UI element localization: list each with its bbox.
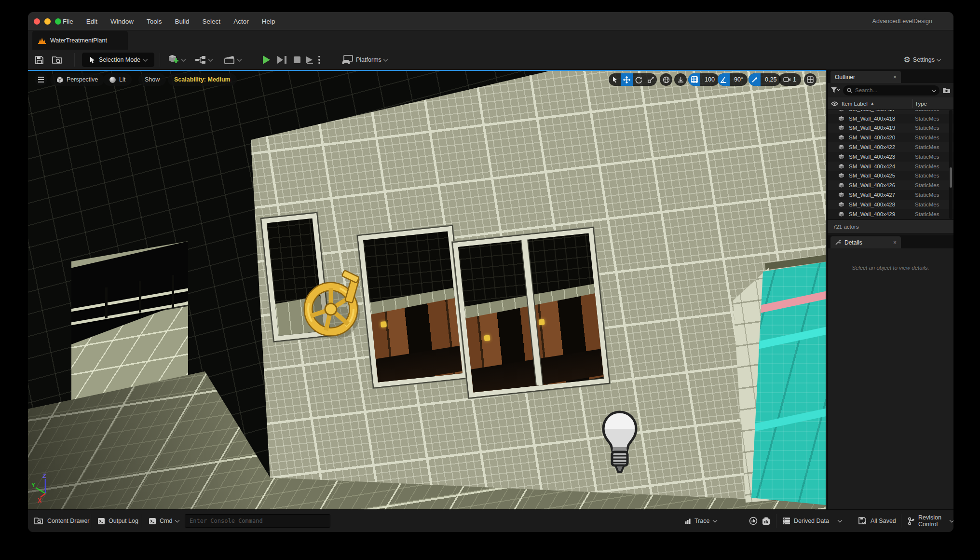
insights-session-button[interactable] [749, 510, 758, 532]
blueprints-button[interactable] [195, 53, 212, 67]
play-button[interactable] [263, 53, 270, 67]
menu-tools[interactable]: Tools [147, 18, 162, 25]
save-check-icon [858, 517, 867, 525]
outliner-row[interactable]: SM_Wall_400x418StaticMes [828, 114, 953, 123]
scene-3d[interactable]: Z Y X [28, 70, 826, 509]
column-divider[interactable] [912, 99, 913, 108]
search-input[interactable] [855, 87, 929, 93]
tab-outliner[interactable]: Outliner × [830, 71, 901, 83]
outliner-row[interactable]: SM_Wall_400x417StaticMes [828, 110, 953, 114]
scalability-warning-pill[interactable]: Scalability: Medium [168, 73, 237, 86]
menu-help[interactable]: Help [262, 18, 275, 25]
console-command-input[interactable] [185, 514, 330, 528]
outliner-row[interactable]: SM_Wall_400x429StaticMes [828, 209, 953, 219]
valve-wheel-actor[interactable] [298, 269, 370, 351]
unreal-editor-window: File Edit Window Tools Build Select Acto… [28, 12, 953, 532]
rotate-tool-button[interactable] [633, 73, 645, 86]
create-folder-icon[interactable] [942, 87, 951, 94]
outliner-row[interactable]: SM_Wall_400x419StaticMes [828, 123, 953, 133]
content-drawer-button[interactable]: Content Drawer [34, 510, 90, 532]
outliner-search[interactable] [843, 85, 939, 96]
chevron-down-icon [712, 518, 717, 522]
statusbar: Content Drawer Output Log Cmd Trace [28, 509, 953, 532]
actor-count-label: 721 actors [833, 224, 859, 230]
scale-snap-value[interactable]: 0,25 [761, 76, 781, 83]
outliner-row[interactable]: SM_Wall_400x426StaticMes [828, 180, 953, 190]
camera-speed-group[interactable]: 1 [779, 73, 801, 86]
menu-window[interactable]: Window [110, 18, 134, 25]
cmd-dropdown[interactable]: Cmd [149, 510, 179, 532]
move-tool-button[interactable] [621, 73, 633, 86]
output-log-button[interactable]: Output Log [97, 510, 138, 532]
outliner-row[interactable]: SM_Wall_400x422StaticMes [828, 142, 953, 152]
details-tabbar: Details × [828, 235, 953, 248]
grid-icon [691, 76, 698, 83]
all-saved-button[interactable]: All Saved [858, 510, 896, 532]
viewport-menu-button[interactable] [35, 73, 47, 86]
eject-possess-button[interactable] [305, 53, 315, 67]
skip-to-frame-button[interactable] [277, 53, 286, 67]
menu-select[interactable]: Select [203, 18, 221, 25]
scale-snap-toggle[interactable] [749, 73, 761, 86]
tab-water-treatment-plant[interactable]: WaterTreatmentPlant [32, 31, 128, 50]
world-local-gizmo-button[interactable] [660, 73, 672, 86]
close-window-button[interactable] [34, 18, 40, 25]
menu-file[interactable]: File [63, 18, 73, 25]
settings-dropdown[interactable]: ⚙ Settings [903, 53, 940, 67]
outliner-row[interactable]: SM_Wall_400x425StaticMes [828, 171, 953, 181]
point-light-actor[interactable] [601, 410, 638, 476]
eye-icon[interactable] [831, 101, 838, 106]
column-type[interactable]: Type [915, 101, 927, 107]
show-dropdown[interactable]: Show [138, 73, 166, 86]
outliner-row[interactable]: SM_Wall_400x424StaticMes [828, 162, 953, 171]
tab-details[interactable]: Details × [830, 236, 901, 248]
minimize-window-button[interactable] [44, 18, 51, 25]
select-tool-button[interactable] [609, 73, 621, 86]
insights-snapshot-button[interactable] [762, 510, 770, 532]
zoom-window-button[interactable] [55, 18, 61, 25]
close-icon[interactable]: × [893, 74, 897, 81]
play-options-kebab[interactable] [318, 53, 320, 67]
rotation-snap-toggle[interactable] [718, 73, 730, 86]
menu-build[interactable]: Build [175, 18, 190, 25]
derived-data-dropdown[interactable]: Derived Data [782, 510, 842, 532]
scale-tool-button[interactable] [645, 73, 657, 86]
grid-snap-value[interactable]: 100 [700, 76, 719, 83]
selection-mode-dropdown[interactable]: Selection Mode [82, 53, 154, 67]
outliner-row[interactable]: SM_Wall_400x428StaticMes [828, 200, 953, 209]
outliner-row[interactable]: SM_Wall_400x427StaticMes [828, 190, 953, 200]
actor-label: SM_Wall_400x417 [849, 110, 895, 112]
platforms-dropdown[interactable]: Platforms [341, 53, 387, 67]
menu-actor[interactable]: Actor [233, 18, 249, 25]
chevron-down-icon [181, 56, 186, 61]
browse-content-button[interactable] [52, 53, 63, 67]
level-viewport[interactable]: Z Y X Perspective Lit Show [28, 70, 826, 509]
content-drawer-icon [34, 517, 44, 525]
filter-icon[interactable] [830, 87, 840, 94]
close-icon[interactable]: × [893, 239, 897, 246]
cinematics-button[interactable] [224, 53, 241, 67]
content-drawer-label: Content Drawer [47, 518, 90, 524]
scrollbar-thumb[interactable] [950, 167, 952, 188]
column-item-label[interactable]: Item Label [842, 101, 868, 107]
server-stack-icon [782, 517, 790, 525]
menu-edit[interactable]: Edit [86, 18, 97, 25]
outliner-row[interactable]: SM_Wall_400x420StaticMes [828, 133, 953, 142]
stop-button[interactable] [294, 53, 300, 67]
actor-type: StaticMes [915, 110, 939, 112]
outliner-row[interactable]: SM_Wall_400x423StaticMes [828, 152, 953, 162]
viewport-layout-button[interactable] [804, 73, 817, 86]
rotation-snap-group: 90° [718, 73, 748, 86]
perspective-dropdown[interactable]: Perspective [50, 73, 104, 86]
save-button[interactable] [35, 53, 44, 67]
lit-dropdown[interactable]: Lit [103, 73, 132, 86]
revision-control-dropdown[interactable]: Revision Control [908, 510, 953, 532]
lamp [381, 321, 387, 328]
rotation-snap-value[interactable]: 90° [730, 76, 748, 83]
add-actor-button[interactable] [168, 53, 185, 67]
grid-snap-toggle[interactable] [688, 73, 700, 86]
surface-snapping-button[interactable] [674, 73, 687, 86]
trace-dropdown[interactable]: Trace [685, 510, 717, 532]
chevron-down-icon [937, 56, 941, 61]
statusbar-separator [142, 514, 142, 528]
